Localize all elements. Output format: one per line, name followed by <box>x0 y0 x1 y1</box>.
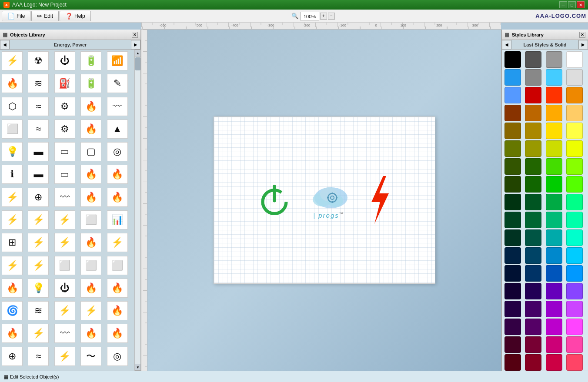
style-swatch-68[interactable] <box>504 354 521 371</box>
minimize-button[interactable]: ─ <box>559 1 567 8</box>
object-item-15[interactable]: ⬜ <box>2 120 23 139</box>
style-swatch-41[interactable] <box>525 229 541 246</box>
object-item-16[interactable]: ≈ <box>28 120 49 139</box>
object-item-14[interactable]: 〰 <box>107 97 128 116</box>
maximize-button[interactable]: □ <box>568 1 576 8</box>
object-item-36[interactable]: ⚡ <box>28 210 49 229</box>
style-swatch-35[interactable] <box>566 194 583 210</box>
object-item-60[interactable]: 🔥 <box>2 324 23 343</box>
styles-next-button[interactable]: ▶ <box>578 40 588 50</box>
style-swatch-40[interactable] <box>504 229 521 246</box>
object-item-44[interactable]: ⚡ <box>107 233 128 252</box>
style-swatch-58[interactable] <box>546 301 562 317</box>
style-swatch-33[interactable] <box>525 194 541 210</box>
object-item-32[interactable]: 〰 <box>54 188 75 207</box>
object-item-47[interactable]: ⬜ <box>54 256 75 275</box>
style-swatch-17[interactable] <box>525 123 541 139</box>
style-swatch-43[interactable] <box>566 229 583 246</box>
style-swatch-28[interactable] <box>504 176 521 193</box>
object-item-9[interactable]: ✎ <box>107 74 128 93</box>
objects-next-button[interactable]: ▶ <box>131 40 140 50</box>
style-swatch-55[interactable] <box>566 283 583 299</box>
style-swatch-69[interactable] <box>525 354 541 371</box>
object-item-17[interactable]: ⚙ <box>54 120 75 139</box>
style-swatch-21[interactable] <box>525 140 541 157</box>
object-item-46[interactable]: ⚡ <box>28 256 49 275</box>
style-swatch-4[interactable] <box>504 69 521 86</box>
style-swatch-53[interactable] <box>525 283 541 299</box>
style-swatch-52[interactable] <box>504 283 521 299</box>
zoom-out-button[interactable]: − <box>328 13 335 20</box>
object-item-21[interactable]: ▬ <box>28 142 49 161</box>
style-swatch-50[interactable] <box>546 265 562 282</box>
style-swatch-30[interactable] <box>546 176 562 193</box>
object-item-52[interactable]: ⏻ <box>54 279 75 298</box>
object-item-65[interactable]: ⊕ <box>2 347 23 366</box>
object-item-54[interactable]: 🔥 <box>107 279 128 298</box>
style-swatch-60[interactable] <box>504 319 521 335</box>
style-swatch-23[interactable] <box>566 140 583 157</box>
style-swatch-1[interactable] <box>525 51 541 68</box>
style-swatch-36[interactable] <box>504 212 521 228</box>
object-item-50[interactable]: 🔥 <box>2 279 23 298</box>
scroll-up-button[interactable]: ▲ <box>135 50 140 56</box>
object-item-38[interactable]: ⬜ <box>80 210 101 229</box>
objects-panel-close[interactable]: ✕ <box>132 32 138 38</box>
object-item-28[interactable]: 🔥 <box>80 165 101 184</box>
cloud-progs-logo[interactable]: | progs™ <box>303 181 355 219</box>
edit-menu[interactable]: ✏ Edit <box>31 11 59 21</box>
object-item-23[interactable]: ▢ <box>80 142 101 161</box>
object-item-0[interactable]: ⚡ <box>2 51 23 70</box>
styles-panel-close[interactable]: ✕ <box>579 32 585 38</box>
style-swatch-2[interactable] <box>546 51 562 68</box>
style-swatch-14[interactable] <box>546 105 562 121</box>
object-item-66[interactable]: ≈ <box>28 347 49 366</box>
object-item-7[interactable]: ⛽ <box>54 74 75 93</box>
help-menu[interactable]: ❓ Help <box>60 11 91 21</box>
object-item-11[interactable]: ≈ <box>28 97 49 116</box>
object-item-57[interactable]: ⚡ <box>54 301 75 320</box>
object-item-10[interactable]: ⬡ <box>2 97 23 116</box>
close-button[interactable]: ✕ <box>577 1 585 8</box>
objects-prev-button[interactable]: ◀ <box>0 40 10 50</box>
style-swatch-11[interactable] <box>566 87 583 103</box>
style-swatch-46[interactable] <box>546 247 562 264</box>
window-controls[interactable]: ─ □ ✕ <box>559 1 585 8</box>
object-item-63[interactable]: 🔥 <box>80 324 101 343</box>
zoom-in-button[interactable]: + <box>320 13 327 20</box>
object-item-39[interactable]: 📊 <box>107 210 128 229</box>
object-item-19[interactable]: ▲ <box>107 120 128 139</box>
object-item-67[interactable]: ⚡ <box>54 347 75 366</box>
style-swatch-39[interactable] <box>566 212 583 228</box>
style-swatch-42[interactable] <box>546 229 562 246</box>
style-swatch-44[interactable] <box>504 247 521 264</box>
object-item-68[interactable]: 〜 <box>80 347 101 366</box>
object-item-18[interactable]: 🔥 <box>80 120 101 139</box>
style-swatch-32[interactable] <box>504 194 521 210</box>
style-swatch-6[interactable] <box>546 69 562 86</box>
object-item-29[interactable]: 🔥 <box>107 165 128 184</box>
object-item-4[interactable]: 📶 <box>107 51 128 70</box>
style-swatch-70[interactable] <box>546 354 562 371</box>
object-item-64[interactable]: 🔥 <box>107 324 128 343</box>
style-swatch-29[interactable] <box>525 176 541 193</box>
style-swatch-59[interactable] <box>566 301 583 317</box>
object-item-59[interactable]: 🔥 <box>107 301 128 320</box>
object-item-61[interactable]: ⚡ <box>28 324 49 343</box>
style-swatch-26[interactable] <box>546 158 562 175</box>
object-item-43[interactable]: 🔥 <box>80 233 101 252</box>
object-item-20[interactable]: 💡 <box>2 142 23 161</box>
style-swatch-8[interactable] <box>504 87 521 103</box>
object-item-13[interactable]: 🔥 <box>80 97 101 116</box>
style-swatch-64[interactable] <box>504 336 521 353</box>
style-swatch-48[interactable] <box>504 265 521 282</box>
style-swatch-27[interactable] <box>566 158 583 175</box>
object-item-2[interactable]: ⏻ <box>54 51 75 70</box>
object-item-33[interactable]: 🔥 <box>80 188 101 207</box>
object-item-5[interactable]: 🔥 <box>2 74 23 93</box>
style-swatch-49[interactable] <box>525 265 541 282</box>
object-item-27[interactable]: ▭ <box>54 165 75 184</box>
lightning-logo[interactable] <box>364 174 394 227</box>
style-swatch-71[interactable] <box>566 354 583 371</box>
style-swatch-45[interactable] <box>525 247 541 264</box>
